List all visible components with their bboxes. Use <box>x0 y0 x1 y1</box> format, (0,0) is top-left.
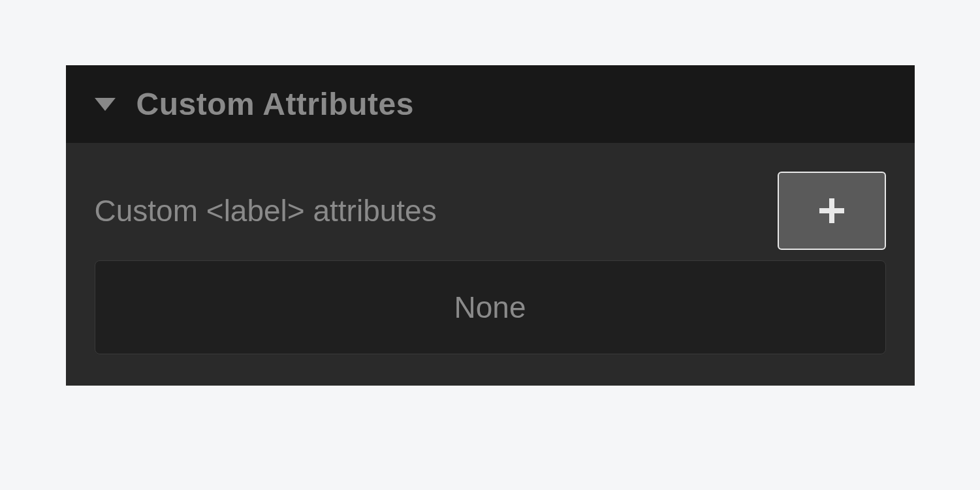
panel-header[interactable]: Custom Attributes <box>66 65 915 143</box>
panel-body: Custom <label> attributes None <box>66 143 915 386</box>
panel-title: Custom Attributes <box>136 86 414 122</box>
add-attribute-button[interactable] <box>778 172 886 250</box>
custom-attributes-panel: Custom Attributes Custom <label> attribu… <box>66 65 915 386</box>
row-label: Custom <label> attributes <box>95 193 437 228</box>
chevron-down-icon <box>95 98 116 111</box>
attribute-row: Custom <label> attributes <box>95 172 886 250</box>
plus-icon <box>819 198 844 223</box>
attributes-value-box[interactable]: None <box>95 260 886 354</box>
